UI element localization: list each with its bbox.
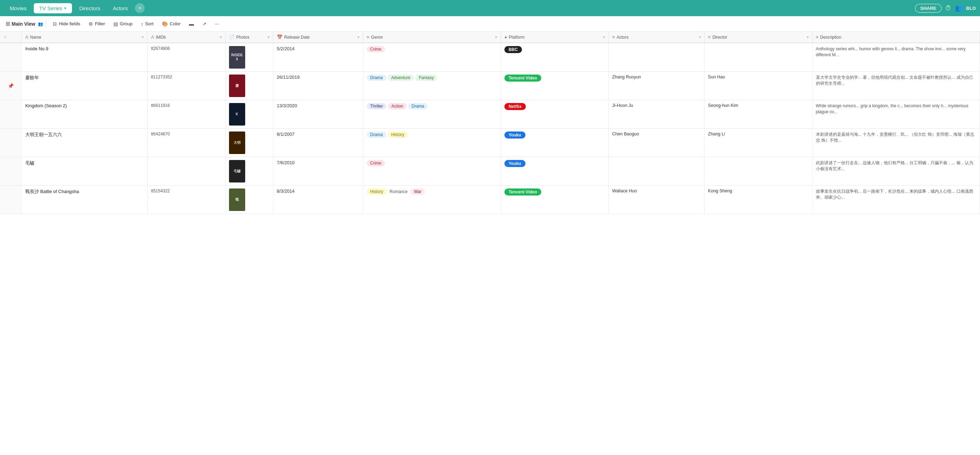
sort-button[interactable]: ↕ Sort [137, 19, 157, 29]
name-cell[interactable]: 毛驢 [21, 157, 147, 186]
photo-cell[interactable]: 毛驢 [225, 157, 273, 186]
top-nav: Movies TV Series ▾ Directors Actors + SH… [0, 0, 980, 16]
add-tab-button[interactable]: + [135, 3, 145, 13]
nav-tab-movies[interactable]: Movies [4, 3, 32, 13]
genre-tag[interactable]: History [367, 188, 387, 195]
platform-badge[interactable]: Youku [504, 160, 525, 167]
platform-cell: Netflix [501, 100, 608, 129]
pin-icon: 📌 [8, 83, 14, 89]
col-header-platform[interactable]: ● Platform ▾ [501, 32, 608, 43]
director-cell: Seong-hun Kim [704, 100, 812, 129]
photo-cell[interactable]: INSIDE9 [225, 43, 273, 72]
col-header-description[interactable]: ≡ Description [812, 32, 980, 43]
director-cell: Sun Hao [704, 72, 812, 100]
description-col-icon: ≡ [816, 35, 819, 40]
nav-tab-directors[interactable]: Directors [73, 3, 106, 13]
platform-badge[interactable]: Netflix [504, 103, 526, 110]
actors-cell: Chen Baoguo [608, 129, 704, 157]
col-header-imdb[interactable]: A IMDb ▾ [147, 32, 225, 43]
table-row: 大明王朝一五六六tt6424870大明8/1/2007DramaHistoryY… [0, 129, 980, 157]
imdb-col-icon: A [151, 35, 154, 40]
col-label-photos: Photos [236, 35, 250, 40]
people-icon[interactable]: 👥 [38, 21, 43, 26]
table-row: 📌慶餘年tt11273352慶26/11/2019DramaAdventureF… [0, 72, 980, 100]
table-row: Inside No.9tt2674806INSIDE95/2/2014Crime… [0, 43, 980, 72]
photo-thumbnail: 戰 [229, 188, 245, 211]
genre-tag[interactable]: Fantasy [415, 75, 438, 81]
releasedate-col-chevron: ▾ [358, 35, 360, 39]
releasedate-cell: 5/2/2014 [273, 43, 363, 72]
platform-badge[interactable]: Youku [504, 131, 525, 139]
hide-fields-button[interactable]: ⊟ Hide fields [49, 19, 84, 29]
more-button[interactable]: ··· [212, 19, 222, 28]
share-view-icon: ↗ [202, 21, 207, 27]
genre-tag[interactable]: History [388, 131, 408, 138]
blog-label[interactable]: BLO [966, 6, 976, 11]
photo-cell[interactable]: 戰 [225, 186, 273, 214]
genre-tag[interactable]: Crime [367, 46, 385, 53]
filter-icon: ⚙ [89, 21, 93, 27]
actors-cell: Zhang Ruoyun [608, 72, 704, 100]
genre-tag[interactable]: Drama [367, 75, 387, 81]
genre-tag[interactable]: Adventure [388, 75, 414, 81]
col-header-actors[interactable]: ≡ Actors ▾ [608, 32, 704, 43]
actors-cell: Wallace Huo [608, 186, 704, 214]
platform-badge[interactable]: BBC [504, 46, 522, 53]
photos-col-icon: 📄 [229, 35, 235, 40]
releasedate-cell: 26/11/2019 [273, 72, 363, 100]
photo-cell[interactable]: 慶 [225, 72, 273, 100]
genre-tag[interactable]: Crime [367, 160, 385, 166]
name-cell[interactable]: Kingdom (Season 2) [21, 100, 147, 129]
director-cell [704, 157, 812, 186]
user-group-icon[interactable]: 👥 [955, 4, 963, 12]
group-button[interactable]: ▤ Group [110, 19, 136, 29]
imdb-cell: tt5154322 [147, 186, 225, 214]
history-icon[interactable]: ⏱ [945, 5, 951, 12]
name-cell[interactable]: Inside No.9 [21, 43, 147, 72]
name-cell[interactable]: 慶餘年 [21, 72, 147, 100]
photo-thumbnail: K [229, 103, 245, 126]
row-height-button[interactable]: ▬ [186, 19, 197, 29]
col-header-releasedate[interactable]: 📅 Release Date ▾ [273, 32, 363, 43]
nav-tab-actors[interactable]: Actors [107, 3, 134, 13]
genre-tag[interactable]: Romance [388, 188, 409, 195]
genre-tag[interactable]: Action [388, 103, 406, 109]
genre-tag[interactable]: Drama [367, 131, 387, 138]
imdb-cell: tt2674806 [147, 43, 225, 72]
platform-badge[interactable]: Tencent Video [504, 75, 541, 81]
platform-badge[interactable]: Tencent Video [504, 188, 541, 195]
nav-tab-tvseries[interactable]: TV Series ▾ [34, 3, 72, 13]
genre-tag[interactable]: Thriller [367, 103, 387, 109]
genre-tag[interactable]: War [410, 188, 425, 195]
filter-button[interactable]: ⚙ Filter [85, 19, 108, 29]
column-header-row: ⤢ A Name ▾ A IMDb ▾ [0, 32, 980, 43]
col-header-name[interactable]: A Name ▾ [21, 32, 147, 43]
toolbar-separator [46, 21, 46, 27]
releasedate-cell: 8/1/2007 [273, 129, 363, 157]
photo-cell[interactable]: 大明 [225, 129, 273, 157]
col-label-name: Name [30, 35, 41, 40]
actors-cell [608, 43, 704, 72]
photo-cell[interactable]: K [225, 100, 273, 129]
share-view-button[interactable]: ↗ [199, 19, 210, 29]
director-cell [704, 43, 812, 72]
table-row: 戰長沙 Battle of Changshatt5154322戰8/3/2014… [0, 186, 980, 214]
name-cell[interactable]: 戰長沙 Battle of Changsha [21, 186, 147, 214]
col-header-photos[interactable]: 📄 Photos ▾ [225, 32, 273, 43]
description-cell: Anthology series whi... humor with genre… [812, 43, 980, 72]
name-col-icon: A [25, 35, 29, 40]
share-button[interactable]: SHARE [915, 4, 942, 13]
genre-cell: ThrillerActionDrama [363, 100, 501, 129]
description-cell: 本剧讲述的是嘉靖与海... 十九年，贪墨横行、民... （倪大红 饰）党羽密..… [812, 129, 980, 157]
imdb-cell: tt6424870 [147, 129, 225, 157]
imdb-cell: tt6611916 [147, 100, 225, 129]
col-header-director[interactable]: ≡ Director ▾ [704, 32, 812, 43]
color-button[interactable]: 🎨 Color [158, 19, 184, 29]
table-wrapper: ⤢ A Name ▾ A IMDb ▾ [0, 32, 980, 455]
table-row: Kingdom (Season 2)tt6611916K13/3/2020Thr… [0, 100, 980, 129]
name-cell[interactable]: 大明王朝一五六六 [21, 129, 147, 157]
col-label-platform: Platform [509, 35, 525, 40]
col-header-genre[interactable]: ≡ Genre ▾ [363, 32, 501, 43]
toolbar: ⊞ Main View 👥 ⊟ Hide fields ⚙ Filter ▤ G… [0, 16, 980, 32]
genre-tag[interactable]: Drama [408, 103, 428, 109]
